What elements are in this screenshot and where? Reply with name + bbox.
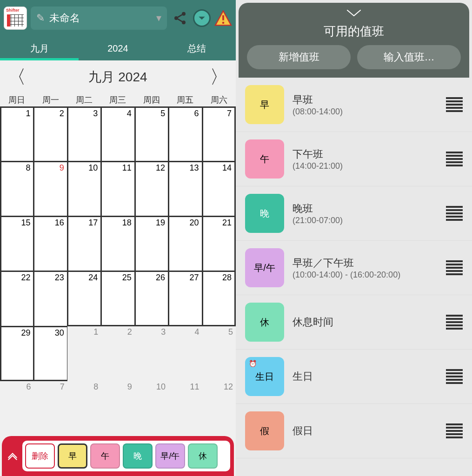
weekday-label: 周四 <box>135 93 168 106</box>
app-logo-icon[interactable] <box>4 7 27 30</box>
shift-list[interactable]: 早早班(08:00-14:00)午下午班(14:00-21:00)晚晚班(21:… <box>236 78 472 476</box>
chip-bar-toggle[interactable] <box>6 450 20 462</box>
shift-time: (08:00-14:00) <box>293 107 438 117</box>
calendar-cell[interactable]: 14 <box>202 161 236 216</box>
tab-summary[interactable]: 总结 <box>157 36 236 60</box>
shift-name: 下午班 <box>293 147 438 161</box>
shift-chip[interactable]: 晚 <box>123 443 153 469</box>
pencil-icon: ✎ <box>36 12 45 24</box>
month-title: 九月 2024 <box>88 68 147 86</box>
calendar-cell[interactable]: 21 <box>202 216 236 271</box>
left-panel: ✎ 未命名 ▾ 九月 2024 总结 〈 九月 2024 〉 周日周一周二周三周… <box>0 0 236 476</box>
calendar-cell[interactable]: 17 <box>67 216 101 271</box>
input-shift-button[interactable]: 输入值班… <box>357 45 461 69</box>
calendar-cell: 12 <box>202 381 236 436</box>
shift-name: 晚班 <box>293 202 438 216</box>
weekday-label: 周一 <box>33 93 67 106</box>
calendar-cell[interactable]: 6 <box>168 106 202 161</box>
calendar-cell[interactable]: 8 <box>0 161 33 216</box>
prev-month-button[interactable]: 〈 <box>7 64 26 90</box>
drag-handle-icon[interactable] <box>446 152 463 166</box>
shift-chip[interactable]: 休 <box>188 443 218 469</box>
weekday-label: 周二 <box>67 93 101 106</box>
calendar-cell[interactable]: 25 <box>101 271 134 326</box>
calendar-cell[interactable]: 9 <box>33 161 67 216</box>
shift-name: 早班 <box>293 93 438 107</box>
schedule-selector[interactable]: ✎ 未命名 ▾ <box>31 7 167 30</box>
shift-swatch: 生日⏰ <box>245 357 284 396</box>
calendar-cell[interactable]: 19 <box>135 216 168 271</box>
collapse-panel-button[interactable] <box>345 7 363 20</box>
drag-handle-icon[interactable] <box>446 423 463 438</box>
calendar-cell[interactable]: 12 <box>135 161 168 216</box>
calendar-cell[interactable]: 4 <box>101 106 134 161</box>
calendar-cell[interactable]: 18 <box>101 216 134 271</box>
shift-item[interactable]: 早/午早班／下午班(10:00-14:00) - (16:00-20:00) <box>236 241 472 295</box>
shift-item[interactable]: 假假日 <box>236 404 472 458</box>
calendar-cell[interactable]: 26 <box>135 271 168 326</box>
calendar-cell: 1 <box>67 326 101 381</box>
shift-item[interactable]: 晚晚班(21:00-07:00) <box>236 186 472 241</box>
calendar-cell[interactable]: 22 <box>0 271 33 326</box>
calendar-cell: 3 <box>135 326 168 381</box>
calendar-cell[interactable]: 29 <box>0 326 33 381</box>
calendar-cell[interactable]: 7 <box>202 106 236 161</box>
svg-point-0 <box>182 12 186 16</box>
tab-month[interactable]: 九月 <box>0 36 79 60</box>
shift-item[interactable]: 早早班(08:00-14:00) <box>236 78 472 132</box>
calendar-cell: 2 <box>101 326 134 381</box>
drag-handle-icon[interactable] <box>446 260 463 275</box>
calendar-cell[interactable]: 11 <box>101 161 134 216</box>
calendar-cell[interactable]: 23 <box>33 271 67 326</box>
calendar-cell: 8 <box>67 381 101 436</box>
calendar-cell[interactable]: 24 <box>67 271 101 326</box>
next-month-button[interactable]: 〉 <box>210 64 228 90</box>
svg-point-4 <box>222 22 225 24</box>
add-shift-button[interactable]: 新增值班 <box>247 45 351 69</box>
drag-handle-icon[interactable] <box>446 369 463 384</box>
calendar-cell[interactable]: 2 <box>33 106 67 161</box>
shift-name: 早班／下午班 <box>293 256 438 270</box>
calendar-cell[interactable]: 16 <box>33 216 67 271</box>
calendar-cell[interactable]: 15 <box>0 216 33 271</box>
weekday-label: 周日 <box>0 93 33 106</box>
drag-handle-icon[interactable] <box>446 206 463 221</box>
shift-item[interactable]: 生日⏰生日 <box>236 350 472 404</box>
clock-icon: ⏰ <box>249 360 257 367</box>
shift-chip[interactable]: 早 <box>58 443 87 469</box>
chip-delete[interactable]: 删除 <box>25 443 55 469</box>
chip-bar: 删除 早午晚早/午休 <box>2 436 234 476</box>
shift-time: (10:00-14:00) - (16:00-20:00) <box>293 270 438 280</box>
calendar-cell[interactable]: 1 <box>0 106 33 161</box>
right-panel: 可用的值班 新增值班 输入值班… 早早班(08:00-14:00)午下午班(14… <box>236 0 472 476</box>
warning-icon[interactable] <box>214 10 232 26</box>
tab-year[interactable]: 2024 <box>79 36 157 60</box>
weekday-label: 周五 <box>168 93 202 106</box>
month-nav: 〈 九月 2024 〉 <box>0 60 236 93</box>
calendar-cell[interactable]: 3 <box>67 106 101 161</box>
calendar-cell: 10 <box>135 381 168 436</box>
drag-handle-icon[interactable] <box>446 97 463 112</box>
calendar-cell[interactable]: 5 <box>135 106 168 161</box>
calendar-cell: 6 <box>0 381 33 436</box>
calendar-cell[interactable]: 27 <box>168 271 202 326</box>
calendar-cell: 5 <box>202 326 236 381</box>
chip-row: 删除 早午晚早/午休 <box>22 441 230 471</box>
drag-handle-icon[interactable] <box>446 315 463 330</box>
calendar-cell[interactable]: 28 <box>202 271 236 326</box>
shift-swatch: 休 <box>245 303 284 342</box>
top-bar: ✎ 未命名 ▾ <box>0 0 236 36</box>
calendar-cell[interactable]: 30 <box>33 326 67 381</box>
calendar-cell[interactable]: 13 <box>168 161 202 216</box>
weekday-header: 周日周一周二周三周四周五周六 <box>0 93 236 106</box>
shift-item[interactable]: 午下午班(14:00-21:00) <box>236 132 472 186</box>
shift-chip[interactable]: 午 <box>90 443 120 469</box>
dropdown-circle-button[interactable] <box>193 9 211 27</box>
calendar-cell[interactable]: 20 <box>168 216 202 271</box>
shift-item[interactable]: 休休息时间 <box>236 295 472 350</box>
shift-swatch: 午 <box>245 139 284 178</box>
share-button[interactable] <box>171 9 189 27</box>
calendar-cell[interactable]: 10 <box>67 161 101 216</box>
weekday-label: 周三 <box>101 93 134 106</box>
shift-chip[interactable]: 早/午 <box>155 443 185 469</box>
